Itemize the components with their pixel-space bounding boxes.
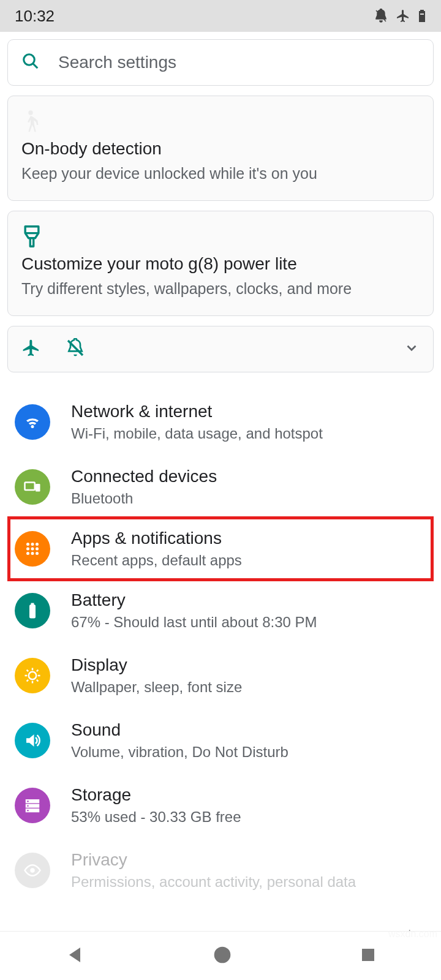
svg-point-12 bbox=[36, 547, 39, 550]
svg-point-23 bbox=[27, 805, 29, 807]
item-title: Battery bbox=[71, 590, 317, 610]
svg-rect-27 bbox=[362, 949, 374, 961]
item-title: Connected devices bbox=[71, 467, 217, 486]
svg-point-11 bbox=[31, 547, 34, 550]
item-title: Privacy bbox=[71, 850, 356, 870]
item-subtitle: 67% - Should last until about 8:30 PM bbox=[71, 614, 317, 631]
svg-rect-16 bbox=[29, 605, 36, 619]
search-placeholder: Search settings bbox=[58, 53, 176, 72]
quick-status-card[interactable] bbox=[7, 326, 434, 372]
settings-item-connected[interactable]: Connected devices Bluetooth bbox=[15, 454, 426, 519]
svg-point-1 bbox=[24, 55, 35, 66]
svg-rect-6 bbox=[36, 484, 40, 492]
settings-list: Network & internet Wi-Fi, mobile, data u… bbox=[7, 390, 434, 903]
svg-rect-17 bbox=[31, 603, 34, 605]
apps-icon bbox=[15, 531, 50, 567]
battery-icon bbox=[15, 593, 50, 628]
svg-rect-0 bbox=[420, 15, 424, 21]
item-title: Apps & notifications bbox=[71, 529, 242, 548]
svg-point-15 bbox=[36, 552, 39, 555]
item-subtitle: Recent apps, default apps bbox=[71, 552, 242, 569]
item-subtitle: Wi-Fi, mobile, data usage, and hotspot bbox=[71, 425, 323, 442]
nav-back-button[interactable] bbox=[64, 944, 86, 968]
settings-item-display[interactable]: Display Wallpaper, sleep, font size bbox=[15, 643, 426, 708]
svg-point-18 bbox=[29, 671, 37, 679]
promo-subtitle: Keep your device unlocked while it's on … bbox=[21, 164, 420, 184]
svg-point-25 bbox=[30, 868, 35, 873]
battery-icon bbox=[418, 9, 426, 23]
promo-title: Customize your moto g(8) power lite bbox=[21, 254, 420, 274]
svg-point-7 bbox=[26, 543, 29, 546]
brightness-icon bbox=[15, 658, 50, 693]
brush-icon bbox=[21, 225, 420, 252]
nav-recent-button[interactable] bbox=[359, 946, 377, 967]
search-icon bbox=[21, 52, 40, 73]
nav-home-button[interactable] bbox=[213, 945, 232, 967]
svg-line-2 bbox=[33, 64, 38, 69]
status-bar: 10:32 bbox=[0, 0, 441, 32]
privacy-icon bbox=[15, 853, 50, 888]
chevron-down-icon bbox=[404, 340, 420, 358]
promo-title: On-body detection bbox=[21, 139, 420, 159]
airplane-icon bbox=[21, 338, 41, 360]
promo-onbody[interactable]: On-body detection Keep your device unloc… bbox=[7, 96, 434, 201]
wifi-icon bbox=[15, 404, 50, 440]
svg-point-26 bbox=[214, 946, 231, 963]
svg-point-9 bbox=[36, 543, 39, 546]
item-title: Display bbox=[71, 655, 242, 675]
storage-icon bbox=[15, 788, 50, 823]
promo-customize[interactable]: Customize your moto g(8) power lite Try … bbox=[7, 211, 434, 316]
item-title: Sound bbox=[71, 720, 288, 740]
navigation-bar bbox=[0, 931, 441, 980]
walk-icon bbox=[21, 110, 420, 137]
svg-point-24 bbox=[27, 809, 29, 811]
settings-item-sound[interactable]: Sound Volume, vibration, Do Not Disturb bbox=[15, 708, 426, 773]
dnd-off-icon bbox=[374, 9, 388, 23]
status-icons bbox=[374, 9, 426, 23]
settings-item-battery[interactable]: Battery 67% - Should last until about 8:… bbox=[15, 578, 426, 643]
item-title: Network & internet bbox=[71, 402, 323, 421]
devices-icon bbox=[15, 469, 50, 505]
search-settings[interactable]: Search settings bbox=[7, 39, 434, 86]
sound-icon bbox=[15, 723, 50, 758]
item-subtitle: Bluetooth bbox=[71, 490, 217, 507]
item-subtitle: Wallpaper, sleep, font size bbox=[71, 679, 242, 696]
airplane-icon bbox=[396, 9, 410, 23]
svg-point-14 bbox=[31, 552, 34, 555]
settings-item-network[interactable]: Network & internet Wi-Fi, mobile, data u… bbox=[15, 390, 426, 454]
settings-item-privacy[interactable]: Privacy Permissions, account activity, p… bbox=[15, 838, 426, 903]
settings-item-apps[interactable]: Apps & notifications Recent apps, defaul… bbox=[7, 516, 434, 581]
svg-rect-5 bbox=[25, 482, 35, 490]
promo-subtitle: Try different styles, wallpapers, clocks… bbox=[21, 279, 420, 300]
svg-point-10 bbox=[26, 547, 29, 550]
item-subtitle: Permissions, account activity, personal … bbox=[71, 873, 356, 891]
svg-point-22 bbox=[27, 800, 29, 802]
settings-item-storage[interactable]: Storage 53% used - 30.33 GB free bbox=[15, 773, 426, 838]
status-time: 10:32 bbox=[15, 7, 55, 26]
item-subtitle: 53% used - 30.33 GB free bbox=[71, 809, 241, 826]
item-title: Storage bbox=[71, 785, 241, 805]
svg-point-8 bbox=[31, 543, 34, 546]
dnd-off-icon bbox=[66, 338, 85, 360]
svg-point-3 bbox=[28, 110, 33, 115]
item-subtitle: Volume, vibration, Do Not Disturb bbox=[71, 744, 288, 761]
svg-point-13 bbox=[26, 552, 29, 555]
